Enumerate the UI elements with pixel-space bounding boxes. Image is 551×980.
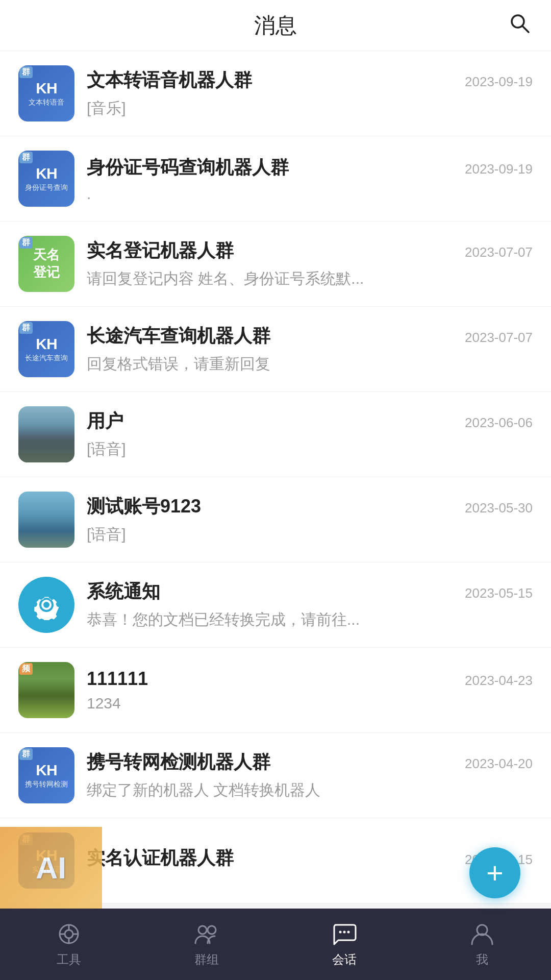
message-name: 实名认证机器人群 <box>87 846 455 871</box>
message-content: 携号转网检测机器人群 2023-04-20 绑定了新的机器人 文档转换机器人 <box>87 750 533 801</box>
plus-icon: + <box>486 858 504 888</box>
message-preview: [语音] <box>87 439 533 460</box>
svg-point-3 <box>65 930 73 938</box>
group-icon <box>193 921 220 947</box>
message-preview: [语音] <box>87 524 533 545</box>
list-item[interactable]: 系统通知 2023-05-15 恭喜！您的文档已经转换完成，请前往... <box>0 562 551 648</box>
message-name: 测试账号9123 <box>87 494 455 519</box>
avatar: 群 KH 文本转语音 <box>18 65 74 121</box>
group-badge: 群 <box>19 322 33 334</box>
message-name: 系统通知 <box>87 579 455 604</box>
group-badge: 群 <box>19 152 33 163</box>
group-badge: 群 <box>19 66 33 78</box>
message-content: 实名登记机器人群 2023-07-07 请回复登记内容 姓名、身份证号系统默..… <box>87 238 533 289</box>
nav-label-groups: 群组 <box>194 951 219 968</box>
message-time: 2023-04-20 <box>465 756 533 772</box>
message-time: 2023-07-07 <box>465 330 533 346</box>
header: 消息 <box>0 0 551 51</box>
message-name: 长途汽车查询机器人群 <box>87 324 455 349</box>
list-item[interactable]: 群 KH 携号转网检测 携号转网检测机器人群 2023-04-20 绑定了新的机… <box>0 733 551 818</box>
message-content: 系统通知 2023-05-15 恭喜！您的文档已经转换完成，请前往... <box>87 579 533 630</box>
message-content: 长途汽车查询机器人群 2023-07-07 回复格式错误，请重新回复 <box>87 324 533 375</box>
search-button[interactable] <box>508 12 531 39</box>
message-time: 2023-07-07 <box>465 244 533 260</box>
message-preview: 1234 <box>87 695 533 712</box>
svg-point-10 <box>339 931 342 934</box>
message-preview: [音乐] <box>87 98 533 119</box>
message-name: 身份证号码查询机器人群 <box>87 155 455 180</box>
message-name: 实名登记机器人群 <box>87 238 455 263</box>
person-icon <box>469 921 495 947</box>
nav-item-tools[interactable]: 工具 <box>0 921 138 968</box>
message-content: 测试账号9123 2023-05-30 [语音] <box>87 494 533 545</box>
list-item[interactable]: 群 KH 长途汽车查询 长途汽车查询机器人群 2023-07-07 回复格式错误… <box>0 307 551 392</box>
bottom-navigation: 工具 群组 会话 <box>0 909 551 980</box>
message-preview: 恭喜！您的文档已经转换完成，请前往... <box>87 609 533 630</box>
list-item[interactable]: 测试账号9123 2023-05-30 [语音] <box>0 477 551 562</box>
message-name: 用户 <box>87 409 455 434</box>
list-item[interactable]: 群 KH 文本转语音 文本转语音机器人群 2023-09-19 [音乐] <box>0 51 551 136</box>
page-title: 消息 <box>254 11 297 40</box>
nav-label-me: 我 <box>476 951 488 968</box>
avatar: 群 KH 身份证号查询 <box>18 151 74 207</box>
group-badge: 群 <box>19 237 33 249</box>
message-preview: 绑定了新的机器人 文档转换机器人 <box>87 780 533 801</box>
message-time: 2023-09-19 <box>465 74 533 90</box>
message-content: 111111 2023-04-23 1234 <box>87 668 533 712</box>
message-time: 2023-06-06 <box>465 415 533 431</box>
list-item[interactable]: 频 111111 2023-04-23 1234 <box>0 648 551 733</box>
message-name: 111111 <box>87 668 455 690</box>
group-badge: 群 <box>19 748 33 760</box>
avatar: 群 KH 携号转网检测 <box>18 747 74 803</box>
message-name: 文本转语音机器人群 <box>87 68 455 93</box>
message-preview: . <box>87 185 533 203</box>
svg-point-8 <box>198 926 207 934</box>
nav-item-me[interactable]: 我 <box>413 921 551 968</box>
fab-add-button[interactable]: + <box>469 847 520 898</box>
watermark: AI <box>0 827 102 909</box>
message-list: 群 KH 文本转语音 文本转语音机器人群 2023-09-19 [音乐] 群 K… <box>0 51 551 903</box>
nav-item-chat[interactable]: 会话 <box>276 921 413 968</box>
nav-label-chat: 会话 <box>332 951 357 968</box>
message-content: 身份证号码查询机器人群 2023-09-19 . <box>87 155 533 203</box>
list-item[interactable]: 群 天名登记 实名登记机器人群 2023-07-07 请回复登记内容 姓名、身份… <box>0 222 551 307</box>
nav-item-groups[interactable]: 群组 <box>138 921 276 968</box>
message-content: 用户 2023-06-06 [语音] <box>87 409 533 460</box>
avatar: 群 天名登记 <box>18 236 74 292</box>
chat-icon <box>331 921 358 947</box>
message-content: 实名认证机器人群 2023-04-15 <box>87 846 533 876</box>
list-item[interactable]: 群 KH 身份证号查询 身份证号码查询机器人群 2023-09-19 . <box>0 136 551 222</box>
list-item[interactable]: 用户 2023-06-06 [语音] <box>0 392 551 477</box>
tool-icon <box>56 921 82 947</box>
svg-line-1 <box>522 26 529 32</box>
message-time: 2023-09-19 <box>465 161 533 177</box>
message-time: 2023-05-15 <box>465 585 533 601</box>
avatar <box>18 492 74 548</box>
message-name: 携号转网检测机器人群 <box>87 750 455 775</box>
freq-badge: 频 <box>19 663 33 675</box>
message-content: 文本转语音机器人群 2023-09-19 [音乐] <box>87 68 533 119</box>
message-time: 2023-05-30 <box>465 500 533 516</box>
svg-point-9 <box>208 926 216 934</box>
message-preview: 请回复登记内容 姓名、身份证号系统默... <box>87 268 533 289</box>
svg-point-12 <box>347 931 350 934</box>
avatar <box>18 577 74 633</box>
avatar <box>18 406 74 462</box>
svg-point-11 <box>343 931 346 934</box>
message-time: 2023-04-23 <box>465 673 533 689</box>
message-preview: 回复格式错误，请重新回复 <box>87 354 533 375</box>
nav-label-tools: 工具 <box>57 951 81 968</box>
avatar: 群 KH 长途汽车查询 <box>18 321 74 377</box>
avatar: 频 <box>18 662 74 718</box>
